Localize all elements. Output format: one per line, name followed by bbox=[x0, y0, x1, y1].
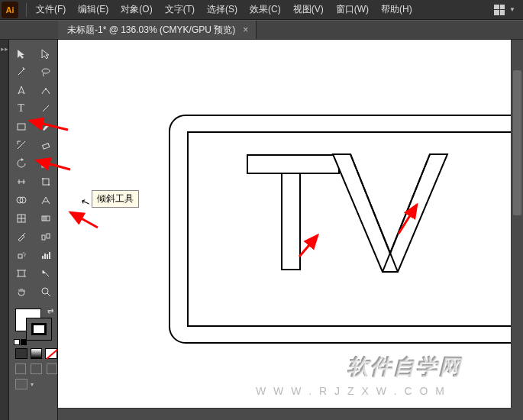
menu-select[interactable]: 选择(S) bbox=[201, 0, 244, 20]
menu-window[interactable]: 窗口(W) bbox=[330, 0, 375, 20]
canvas[interactable]: ↖ 倾斜工具 软件自学网 W W W . R J Z X W . C O M bbox=[58, 40, 523, 420]
menu-file[interactable]: 文件(F) bbox=[30, 0, 72, 20]
shaper-tool[interactable] bbox=[11, 136, 32, 154]
scale-tool[interactable] bbox=[35, 154, 56, 173]
menu-edit[interactable]: 编辑(E) bbox=[72, 0, 115, 20]
menu-view[interactable]: 视图(V) bbox=[287, 0, 330, 20]
draw-inside[interactable] bbox=[47, 363, 57, 374]
draw-mode-row bbox=[9, 359, 57, 374]
zoom-tool[interactable] bbox=[35, 283, 56, 301]
draw-behind[interactable] bbox=[31, 363, 41, 374]
tool-panel: T ⇄ bbox=[9, 40, 58, 420]
width-tool[interactable] bbox=[11, 173, 32, 191]
chevron-down-icon[interactable]: ▾ bbox=[31, 381, 34, 388]
direct-selection-tool[interactable] bbox=[35, 44, 56, 63]
svg-line-32 bbox=[70, 212, 98, 228]
svg-rect-4 bbox=[42, 144, 49, 149]
watermark-url: W W W . R J Z X W . C O M bbox=[256, 385, 447, 397]
tool-tooltip: 倾斜工具 bbox=[92, 190, 139, 208]
svg-rect-24 bbox=[18, 270, 24, 276]
type-tool[interactable]: T bbox=[11, 99, 32, 118]
svg-rect-21 bbox=[44, 254, 46, 259]
default-fill-stroke-icon[interactable] bbox=[14, 339, 27, 345]
line-segment-tool[interactable] bbox=[35, 99, 56, 118]
svg-point-1 bbox=[45, 88, 47, 89]
color-mode-gradient[interactable] bbox=[31, 348, 43, 359]
eyedropper-tool[interactable] bbox=[11, 228, 32, 246]
menu-help[interactable]: 帮助(H) bbox=[375, 0, 418, 20]
vertical-scrollbar[interactable] bbox=[511, 40, 523, 408]
perspective-grid-tool[interactable] bbox=[35, 191, 56, 209]
gradient-tool[interactable] bbox=[35, 209, 56, 228]
workspace-switcher-icon[interactable] bbox=[494, 5, 505, 15]
selection-tool[interactable] bbox=[11, 44, 32, 63]
stroke-swatch[interactable] bbox=[26, 318, 52, 341]
svg-rect-22 bbox=[47, 254, 48, 259]
artboard-tool[interactable] bbox=[11, 264, 32, 283]
app-logo: Ai bbox=[2, 2, 18, 18]
fill-stroke-swatch[interactable]: ⇄ bbox=[11, 305, 56, 345]
symbol-sprayer-tool[interactable] bbox=[11, 246, 32, 264]
menu-effect[interactable]: 效果(C) bbox=[244, 0, 287, 20]
color-mode-solid[interactable] bbox=[15, 348, 27, 359]
svg-line-26 bbox=[47, 293, 50, 296]
color-mode-none[interactable] bbox=[45, 348, 57, 359]
horizontal-scrollbar[interactable] bbox=[58, 408, 511, 420]
column-graph-tool[interactable] bbox=[35, 246, 56, 264]
mesh-tool[interactable] bbox=[11, 209, 32, 228]
svg-line-2 bbox=[43, 105, 49, 111]
free-transform-tool[interactable] bbox=[35, 173, 56, 191]
cursor-icon: ↖ bbox=[79, 194, 92, 208]
svg-rect-7 bbox=[43, 179, 49, 185]
collapse-handle-icon[interactable]: ▸▸ bbox=[0, 43, 9, 55]
chevron-down-icon[interactable]: ▼ bbox=[509, 6, 515, 13]
letter-t-bar[interactable] bbox=[247, 154, 340, 174]
screen-mode-row: ▾ bbox=[9, 374, 57, 389]
curvature-tool[interactable] bbox=[35, 81, 56, 99]
magic-wand-tool[interactable] bbox=[11, 63, 32, 81]
svg-rect-23 bbox=[49, 252, 50, 259]
main-area: ▸▸ T bbox=[0, 40, 523, 420]
svg-line-27 bbox=[47, 350, 57, 359]
separator bbox=[26, 3, 27, 17]
screen-mode-button[interactable] bbox=[15, 379, 27, 389]
eraser-tool[interactable] bbox=[35, 136, 56, 154]
svg-point-9 bbox=[48, 184, 50, 186]
scrollbar-thumb[interactable] bbox=[513, 70, 521, 215]
scroll-corner bbox=[511, 408, 523, 420]
svg-rect-20 bbox=[42, 256, 44, 259]
color-mode-row bbox=[9, 348, 57, 359]
svg-point-19 bbox=[24, 255, 25, 257]
svg-point-17 bbox=[23, 252, 24, 254]
shape-builder-tool[interactable] bbox=[11, 191, 32, 209]
pen-tool[interactable] bbox=[11, 81, 32, 99]
close-icon[interactable]: × bbox=[243, 24, 248, 35]
rotate-tool[interactable] bbox=[11, 154, 32, 173]
blend-tool[interactable] bbox=[35, 228, 56, 246]
paintbrush-tool[interactable] bbox=[35, 118, 56, 136]
tab-gutter bbox=[0, 21, 58, 39]
svg-rect-14 bbox=[42, 235, 45, 240]
svg-point-0 bbox=[42, 69, 50, 73]
document-tab-title: 未标题-1* @ 136.03% (CMYK/GPU 预览) bbox=[67, 24, 235, 37]
panel-collapse-strip[interactable]: ▸▸ bbox=[0, 40, 9, 420]
rounded-rect-outer[interactable] bbox=[169, 115, 523, 344]
svg-point-18 bbox=[24, 254, 26, 255]
title-bar: Ai 文件(F) 编辑(E) 对象(O) 文字(T) 选择(S) 效果(C) 视… bbox=[0, 0, 523, 20]
lasso-tool[interactable] bbox=[35, 63, 56, 81]
draw-normal[interactable] bbox=[15, 363, 26, 374]
svg-point-25 bbox=[42, 288, 48, 294]
menu-object[interactable]: 对象(O) bbox=[115, 0, 158, 20]
menu-type[interactable]: 文字(T) bbox=[159, 0, 201, 20]
letter-v[interactable] bbox=[329, 153, 451, 273]
svg-point-8 bbox=[42, 178, 44, 179]
annotation-arrow-icon bbox=[66, 209, 101, 231]
slice-tool[interactable] bbox=[35, 264, 56, 283]
watermark-text: 软件自学网 bbox=[347, 353, 462, 382]
svg-rect-3 bbox=[18, 124, 25, 130]
document-tab[interactable]: 未标题-1* @ 136.03% (CMYK/GPU 预览) × bbox=[58, 21, 257, 39]
document-tab-bar: 未标题-1* @ 136.03% (CMYK/GPU 预览) × bbox=[0, 20, 523, 40]
hand-tool[interactable] bbox=[11, 283, 32, 301]
swap-fill-stroke-icon[interactable]: ⇄ bbox=[47, 307, 53, 315]
rectangle-tool[interactable] bbox=[11, 118, 32, 136]
